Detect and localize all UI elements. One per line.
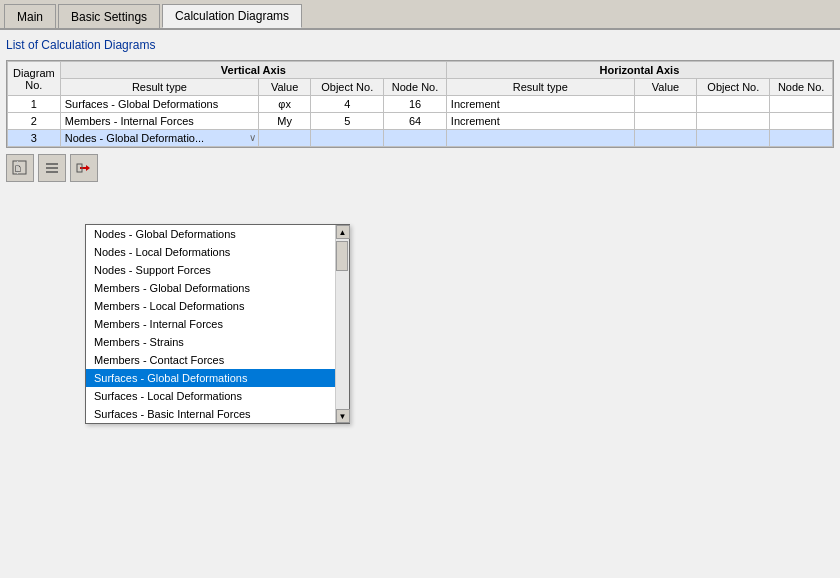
- cell-h-node-1: [770, 96, 833, 113]
- cell-v-value-2: My: [259, 113, 311, 130]
- cell-diagram-3: 3: [8, 130, 61, 147]
- col-header-h-object: Object No.: [697, 79, 770, 96]
- main-content: List of Calculation Diagrams DiagramNo. …: [0, 30, 840, 578]
- result-type-dropdown[interactable]: Nodes - Global Deformations Nodes - Loca…: [85, 224, 350, 424]
- cell-v-result-2: Members - Internal Forces: [60, 113, 258, 130]
- list-button[interactable]: [38, 154, 66, 182]
- cell-v-result-3[interactable]: Nodes - Global Deformatio... ∨: [60, 130, 258, 147]
- col-header-v-node: Node No.: [384, 79, 447, 96]
- tab-main[interactable]: Main: [4, 4, 56, 28]
- dropdown-list: Nodes - Global Deformations Nodes - Loca…: [86, 225, 335, 423]
- dropdown-item-nodes-local[interactable]: Nodes - Local Deformations: [86, 243, 335, 261]
- cell-h-object-2: [697, 113, 770, 130]
- diagrams-table: DiagramNo. Vertical Axis Horizontal Axis…: [7, 61, 833, 147]
- cell-h-value-1: [634, 96, 697, 113]
- delete-icon: [76, 160, 92, 176]
- cell-v-value-1: φx: [259, 96, 311, 113]
- add-button[interactable]: 🗋: [6, 154, 34, 182]
- col-header-h-node: Node No.: [770, 79, 833, 96]
- dropdown-arrow-icon: ∨: [249, 132, 256, 143]
- dropdown-item-nodes-global[interactable]: Nodes - Global Deformations: [86, 225, 335, 243]
- col-header-v-object: Object No.: [311, 79, 384, 96]
- dropdown-item-members-global[interactable]: Members - Global Deformations: [86, 279, 335, 297]
- cell-h-value-3: [634, 130, 697, 147]
- tab-calculation-diagrams[interactable]: Calculation Diagrams: [162, 4, 302, 28]
- list-icon: [44, 160, 60, 176]
- tab-basic-settings[interactable]: Basic Settings: [58, 4, 160, 28]
- add-icon: 🗋: [12, 160, 28, 176]
- col-header-diagram: DiagramNo.: [8, 62, 61, 96]
- col-header-v-value: Value: [259, 79, 311, 96]
- main-area: DiagramNo. Vertical Axis Horizontal Axis…: [6, 60, 834, 572]
- dropdown-item-surfaces-basic[interactable]: Surfaces - Basic Internal Forces: [86, 405, 335, 423]
- table-row[interactable]: 1 Surfaces - Global Deformations φx 4 16…: [8, 96, 833, 113]
- scrollbar-thumb[interactable]: [336, 241, 348, 271]
- col-header-h-result: Result type: [446, 79, 634, 96]
- tab-bar: Main Basic Settings Calculation Diagrams: [0, 0, 840, 30]
- scrollbar-up-button[interactable]: ▲: [336, 225, 350, 239]
- col-header-h-value: Value: [634, 79, 697, 96]
- table-container: DiagramNo. Vertical Axis Horizontal Axis…: [6, 60, 834, 148]
- delete-button[interactable]: [70, 154, 98, 182]
- col-group-vertical: Vertical Axis: [60, 62, 446, 79]
- dropdown-item-members-local[interactable]: Members - Local Deformations: [86, 297, 335, 315]
- cell-v-result-1: Surfaces - Global Deformations: [60, 96, 258, 113]
- cell-h-object-1: [697, 96, 770, 113]
- dropdown-item-members-strains[interactable]: Members - Strains: [86, 333, 335, 351]
- cell-v-object-1: 4: [311, 96, 384, 113]
- cell-h-object-3: [697, 130, 770, 147]
- svg-text:🗋: 🗋: [14, 164, 23, 174]
- cell-h-result-3: [446, 130, 634, 147]
- svg-marker-7: [86, 165, 90, 171]
- cell-diagram-2: 2: [8, 113, 61, 130]
- dropdown-item-surfaces-global[interactable]: Surfaces - Global Deformations: [86, 369, 335, 387]
- bottom-toolbar: 🗋: [6, 148, 834, 188]
- table-row[interactable]: 3 Nodes - Global Deformatio... ∨: [8, 130, 833, 147]
- cell-v-node-3: [384, 130, 447, 147]
- dropdown-item-members-internal[interactable]: Members - Internal Forces: [86, 315, 335, 333]
- dropdown-scrollbar: ▲ ▼: [335, 225, 349, 423]
- col-header-v-result: Result type: [60, 79, 258, 96]
- cell-v-object-2: 5: [311, 113, 384, 130]
- section-title: List of Calculation Diagrams: [6, 36, 834, 54]
- cell-h-value-2: [634, 113, 697, 130]
- dropdown-item-members-contact[interactable]: Members - Contact Forces: [86, 351, 335, 369]
- cell-h-node-3: [770, 130, 833, 147]
- cell-h-node-2: [770, 113, 833, 130]
- cell-v-node-1: 16: [384, 96, 447, 113]
- scrollbar-down-button[interactable]: ▼: [336, 409, 350, 423]
- col-group-horizontal: Horizontal Axis: [446, 62, 832, 79]
- table-row[interactable]: 2 Members - Internal Forces My 5 64 Incr…: [8, 113, 833, 130]
- cell-diagram-1: 1: [8, 96, 61, 113]
- dropdown-item-nodes-support[interactable]: Nodes - Support Forces: [86, 261, 335, 279]
- dropdown-item-surfaces-local[interactable]: Surfaces - Local Deformations: [86, 387, 335, 405]
- cell-v-object-3: [311, 130, 384, 147]
- scrollbar-track: [336, 239, 349, 409]
- cell-v-value-3: [259, 130, 311, 147]
- cell-v-node-2: 64: [384, 113, 447, 130]
- cell-h-result-2: Increment: [446, 113, 634, 130]
- cell-h-result-1: Increment: [446, 96, 634, 113]
